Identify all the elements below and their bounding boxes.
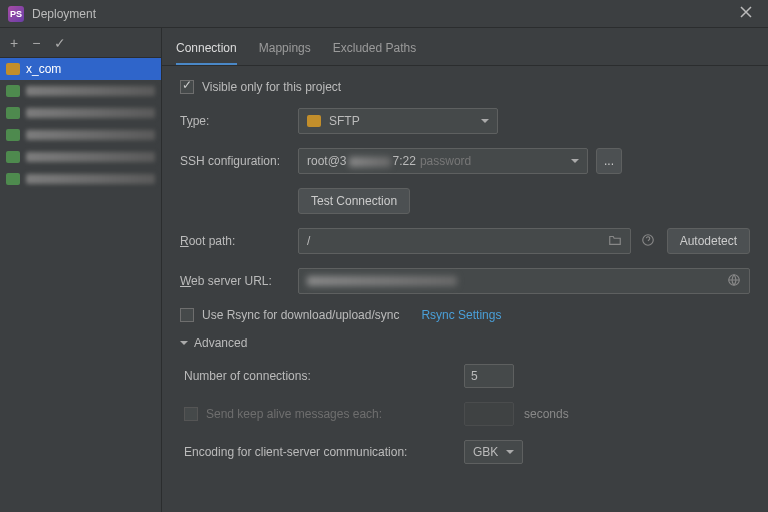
keep-alive-checkbox[interactable] bbox=[184, 407, 198, 421]
advanced-toggle[interactable]: Advanced bbox=[180, 336, 750, 350]
num-connections-input[interactable]: 5 bbox=[464, 364, 514, 388]
root-path-label: Root path: bbox=[180, 234, 298, 248]
server-icon bbox=[6, 107, 20, 119]
web-url-row: Web server URL: bbox=[180, 268, 750, 294]
encoding-value: GBK bbox=[473, 445, 498, 459]
server-icon bbox=[6, 173, 20, 185]
ssh-more-button[interactable]: ... bbox=[596, 148, 622, 174]
test-connection-button[interactable]: Test Connection bbox=[298, 188, 410, 214]
root-path-input[interactable]: / bbox=[298, 228, 631, 254]
encoding-select[interactable]: GBK bbox=[464, 440, 523, 464]
type-select[interactable]: SFTP bbox=[298, 108, 498, 134]
ssh-placeholder: password bbox=[420, 154, 471, 168]
root-path-row: Root path: / Autodetect bbox=[180, 228, 750, 254]
test-conn-row: Test Connection bbox=[180, 188, 750, 214]
server-item-blurred bbox=[26, 108, 155, 118]
server-icon bbox=[6, 85, 20, 97]
ssh-label: SSH configuration: bbox=[180, 154, 298, 168]
folder-icon[interactable] bbox=[608, 233, 622, 250]
server-icon bbox=[6, 151, 20, 163]
close-button[interactable] bbox=[732, 6, 760, 21]
num-connections-row: Number of connections: 5 bbox=[180, 364, 750, 388]
sidebar-toolbar: + − ✓ bbox=[0, 28, 161, 58]
help-icon[interactable] bbox=[641, 233, 655, 250]
server-list: x_com bbox=[0, 58, 161, 512]
ssh-value: root@37:22 bbox=[307, 154, 416, 168]
app-icon: PS bbox=[8, 6, 24, 22]
encoding-label: Encoding for client-server communication… bbox=[184, 445, 454, 459]
server-item[interactable] bbox=[0, 102, 161, 124]
encoding-row: Encoding for client-server communication… bbox=[180, 440, 750, 464]
server-item-selected[interactable]: x_com bbox=[0, 58, 161, 80]
tab-bar: Connection Mappings Excluded Paths bbox=[162, 28, 768, 66]
tab-connection[interactable]: Connection bbox=[176, 41, 237, 65]
apply-button[interactable]: ✓ bbox=[54, 36, 66, 50]
server-item[interactable] bbox=[0, 146, 161, 168]
rsync-row: Use Rsync for download/upload/sync Rsync… bbox=[180, 308, 750, 322]
sftp-icon bbox=[307, 115, 321, 127]
server-icon bbox=[6, 129, 20, 141]
rsync-settings-link[interactable]: Rsync Settings bbox=[421, 308, 501, 322]
server-item[interactable] bbox=[0, 124, 161, 146]
type-row: Type: SFTP bbox=[180, 108, 750, 134]
rsync-label: Use Rsync for download/upload/sync bbox=[202, 308, 399, 322]
server-sftp-icon bbox=[6, 63, 20, 75]
visible-only-checkbox[interactable] bbox=[180, 80, 194, 94]
web-url-input[interactable] bbox=[298, 268, 750, 294]
main-panel: Connection Mappings Excluded Paths Visib… bbox=[162, 28, 768, 512]
window-title: Deployment bbox=[32, 7, 732, 21]
server-item-blurred bbox=[26, 152, 155, 162]
remove-server-button[interactable]: − bbox=[32, 36, 40, 50]
keep-alive-row: Send keep alive messages each: seconds bbox=[180, 402, 750, 426]
num-connections-label: Number of connections: bbox=[184, 369, 454, 383]
autodetect-button[interactable]: Autodetect bbox=[667, 228, 750, 254]
rsync-checkbox[interactable] bbox=[180, 308, 194, 322]
add-server-button[interactable]: + bbox=[10, 36, 18, 50]
server-item-blurred bbox=[26, 130, 155, 140]
tab-mappings[interactable]: Mappings bbox=[259, 41, 311, 65]
visible-only-label: Visible only for this project bbox=[202, 80, 341, 94]
server-item[interactable] bbox=[0, 168, 161, 190]
ssh-config-select[interactable]: root@37:22 password bbox=[298, 148, 588, 174]
server-item-label: x_com bbox=[26, 62, 61, 76]
web-url-value-blurred bbox=[307, 276, 457, 286]
tab-excluded-paths[interactable]: Excluded Paths bbox=[333, 41, 416, 65]
chevron-down-icon bbox=[506, 445, 514, 459]
server-item[interactable] bbox=[0, 80, 161, 102]
chevron-down-icon bbox=[180, 336, 188, 350]
chevron-down-icon bbox=[481, 114, 489, 128]
type-label: Type: bbox=[180, 114, 298, 128]
chevron-down-icon bbox=[571, 154, 579, 168]
type-value: SFTP bbox=[329, 114, 360, 128]
titlebar: PS Deployment bbox=[0, 0, 768, 28]
visible-only-row: Visible only for this project bbox=[180, 80, 750, 94]
keep-alive-input bbox=[464, 402, 514, 426]
sidebar: + − ✓ x_com bbox=[0, 28, 162, 512]
connection-form: Visible only for this project Type: SFTP… bbox=[162, 66, 768, 478]
ssh-row: SSH configuration: root@37:22 password .… bbox=[180, 148, 750, 174]
seconds-label: seconds bbox=[524, 407, 569, 421]
server-item-blurred bbox=[26, 86, 155, 96]
keep-alive-label: Send keep alive messages each: bbox=[206, 407, 382, 421]
web-url-label: Web server URL: bbox=[180, 274, 298, 288]
root-path-value: / bbox=[307, 234, 608, 248]
globe-icon[interactable] bbox=[727, 273, 741, 290]
advanced-label: Advanced bbox=[194, 336, 247, 350]
server-item-blurred bbox=[26, 174, 155, 184]
